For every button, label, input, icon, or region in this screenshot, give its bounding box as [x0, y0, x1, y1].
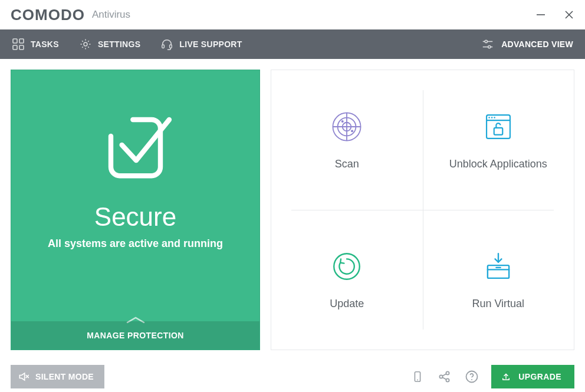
svg-point-20 — [351, 130, 353, 132]
svg-point-7 — [84, 42, 87, 46]
upload-icon — [501, 371, 511, 382]
scan-action[interactable]: Scan — [271, 70, 423, 210]
tasks-button[interactable]: TASKS — [12, 38, 59, 51]
secure-check-icon — [94, 103, 177, 186]
svg-point-37 — [446, 371, 449, 374]
svg-line-40 — [442, 377, 446, 380]
svg-line-39 — [442, 374, 446, 376]
sliders-icon — [481, 38, 494, 51]
svg-rect-9 — [170, 45, 172, 48]
unblock-apps-action[interactable]: Unblock Applications — [423, 70, 574, 210]
svg-point-25 — [494, 117, 495, 118]
upgrade-label: UPGRADE — [518, 372, 561, 381]
svg-rect-26 — [494, 128, 503, 135]
footer: SILENT MODE UPGRADE — [11, 361, 574, 392]
advanced-view-label: ADVANCED VIEW — [501, 39, 573, 49]
close-button[interactable] — [564, 9, 574, 20]
tasks-icon — [12, 38, 25, 51]
svg-rect-5 — [13, 45, 17, 50]
svg-point-24 — [491, 117, 493, 118]
svg-point-35 — [417, 380, 418, 381]
headset-icon — [160, 38, 173, 51]
svg-point-23 — [488, 117, 490, 118]
svg-point-38 — [446, 378, 449, 381]
mute-icon — [18, 371, 29, 383]
run-virtual-label: Run Virtual — [472, 298, 524, 310]
actions-grid: Scan Unblock Applications — [271, 70, 574, 350]
svg-point-42 — [471, 379, 472, 380]
run-virtual-action[interactable]: Run Virtual — [423, 210, 574, 350]
svg-point-27 — [334, 253, 360, 279]
svg-rect-4 — [19, 39, 24, 43]
svg-point-13 — [488, 45, 491, 48]
silent-mode-label: SILENT MODE — [35, 372, 94, 381]
mobile-icon[interactable] — [410, 369, 425, 384]
unlock-window-icon — [481, 110, 515, 144]
advanced-view-button[interactable]: ADVANCED VIEW — [481, 38, 573, 51]
brand-name: COMODO — [11, 6, 85, 24]
upgrade-button[interactable]: UPGRADE — [491, 365, 574, 388]
update-action[interactable]: Update — [271, 210, 423, 350]
svg-point-36 — [440, 375, 443, 378]
svg-point-11 — [485, 40, 487, 42]
tasks-label: TASKS — [31, 39, 59, 49]
status-panel: Secure All systems are active and runnin… — [11, 70, 260, 350]
status-headline: Secure — [94, 202, 176, 232]
svg-rect-8 — [162, 45, 165, 48]
help-icon[interactable] — [464, 369, 479, 384]
share-icon[interactable] — [437, 369, 452, 384]
svg-point-19 — [341, 120, 344, 123]
settings-button[interactable]: SETTINGS — [79, 38, 140, 51]
toolbar: TASKS SETTINGS LIVE SUPPORT ADVANCED VIE… — [0, 29, 585, 59]
live-support-label: LIVE SUPPORT — [179, 39, 242, 49]
live-support-button[interactable]: LIVE SUPPORT — [160, 38, 242, 51]
manage-protection-label: MANAGE PROTECTION — [87, 331, 184, 340]
radar-icon — [330, 110, 364, 144]
status-message: All systems are active and running — [48, 238, 223, 250]
update-label: Update — [330, 298, 364, 310]
main-area: Secure All systems are active and runnin… — [0, 59, 585, 350]
settings-label: SETTINGS — [98, 39, 140, 49]
titlebar: COMODO Antivirus — [0, 0, 585, 29]
silent-mode-button[interactable]: SILENT MODE — [11, 365, 104, 388]
manage-protection-button[interactable]: MANAGE PROTECTION — [11, 321, 259, 350]
refresh-icon — [330, 249, 364, 284]
box-download-icon — [481, 249, 515, 284]
product-name: Antivirus — [92, 9, 130, 21]
scan-label: Scan — [335, 158, 359, 170]
minimize-button[interactable] — [535, 9, 546, 20]
svg-rect-6 — [19, 45, 24, 50]
unblock-label: Unblock Applications — [449, 158, 547, 170]
gear-icon — [79, 38, 92, 51]
svg-rect-3 — [13, 39, 17, 43]
